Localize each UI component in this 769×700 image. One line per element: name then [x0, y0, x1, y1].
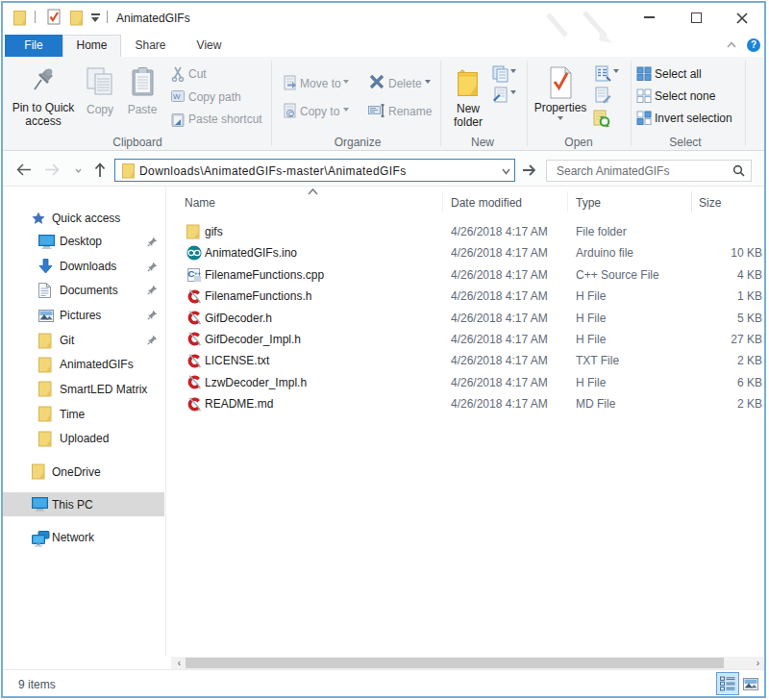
svg-text:C: C: [288, 111, 293, 117]
svg-text:++: ++: [194, 270, 201, 276]
svg-text:W: W: [173, 92, 181, 101]
